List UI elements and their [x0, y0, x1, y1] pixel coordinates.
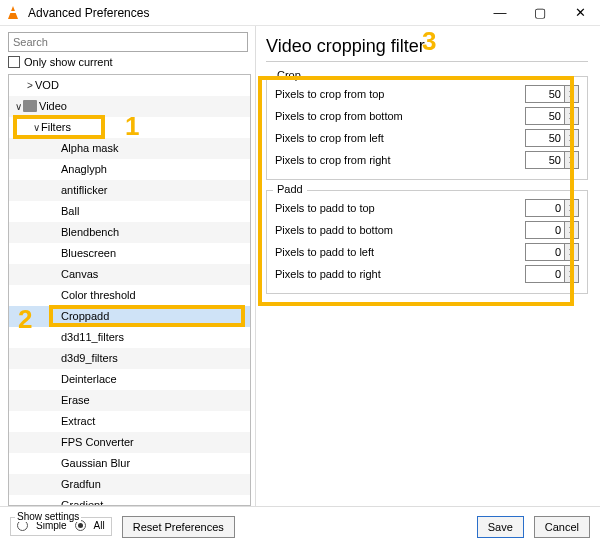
crop-label: Pixels to crop from bottom — [275, 110, 403, 122]
padd-input[interactable] — [525, 199, 565, 217]
tree-item-label: antiflicker — [61, 184, 107, 196]
tree-item-filters[interactable]: ∨Filters — [9, 117, 250, 138]
reset-preferences-button[interactable]: Reset Preferences — [122, 516, 235, 538]
tree-item-vod[interactable]: >VOD — [9, 75, 250, 96]
chevron-icon: ∨ — [31, 117, 41, 138]
maximize-button[interactable]: ▢ — [520, 0, 560, 26]
crop-input[interactable] — [525, 107, 565, 125]
spin-up-icon[interactable]: ▲ — [565, 244, 578, 252]
spin-up-icon[interactable]: ▲ — [565, 152, 578, 160]
app-icon — [6, 5, 22, 21]
spin-down-icon[interactable]: ▼ — [565, 274, 578, 282]
tree-item-d3d11-filters[interactable]: d3d11_filters — [9, 327, 250, 348]
crop-label: Pixels to crop from left — [275, 132, 384, 144]
tree-item-label: Bluescreen — [61, 247, 116, 259]
tree-item-deinterlace[interactable]: Deinterlace — [9, 369, 250, 390]
tree-item-label: d3d11_filters — [61, 331, 124, 343]
tree: >VOD∨Video∨FiltersAlpha maskAnaglyphanti… — [8, 74, 251, 506]
padd-row: Pixels to padd to left▲▼ — [275, 241, 579, 263]
spin-down-icon[interactable]: ▼ — [565, 138, 578, 146]
chevron-icon: > — [25, 75, 35, 96]
crop-label: Pixels to crop from top — [275, 88, 384, 100]
tree-item-label: Ball — [61, 205, 79, 217]
cancel-button[interactable]: Cancel — [534, 516, 590, 538]
spin-up-icon[interactable]: ▲ — [565, 86, 578, 94]
tree-item-label: d3d9_filters — [61, 352, 118, 364]
tree-item-label: Extract — [61, 415, 95, 427]
spin-up-icon[interactable]: ▲ — [565, 200, 578, 208]
padd-input[interactable] — [525, 221, 565, 239]
crop-input[interactable] — [525, 129, 565, 147]
padd-spinner[interactable]: ▲▼ — [525, 243, 579, 261]
radio-all-label: All — [94, 520, 105, 531]
spin-up-icon[interactable]: ▲ — [565, 222, 578, 230]
left-pane: Search Only show current >VOD∨Video∨Filt… — [0, 26, 256, 506]
padd-label: Pixels to padd to right — [275, 268, 381, 280]
tree-item-blendbench[interactable]: Blendbench — [9, 222, 250, 243]
close-button[interactable]: ✕ — [560, 0, 600, 26]
checkbox-icon — [8, 56, 20, 68]
padd-row: Pixels to padd to top▲▼ — [275, 197, 579, 219]
only-show-current-checkbox[interactable]: Only show current — [8, 56, 251, 68]
crop-spinner[interactable]: ▲▼ — [525, 129, 579, 147]
crop-input[interactable] — [525, 85, 565, 103]
crop-spinner[interactable]: ▲▼ — [525, 107, 579, 125]
tree-item-bluescreen[interactable]: Bluescreen — [9, 243, 250, 264]
spin-down-icon[interactable]: ▼ — [565, 94, 578, 102]
tree-item-extract[interactable]: Extract — [9, 411, 250, 432]
tree-item-antiflicker[interactable]: antiflicker — [9, 180, 250, 201]
padd-spinner[interactable]: ▲▼ — [525, 265, 579, 283]
spin-up-icon[interactable]: ▲ — [565, 108, 578, 116]
crop-row: Pixels to crop from top▲▼ — [275, 83, 579, 105]
tree-item-color-threshold[interactable]: Color threshold — [9, 285, 250, 306]
tree-item-canvas[interactable]: Canvas — [9, 264, 250, 285]
tree-item-anaglyph[interactable]: Anaglyph — [9, 159, 250, 180]
spin-down-icon[interactable]: ▼ — [565, 208, 578, 216]
tree-item-video[interactable]: ∨Video — [9, 96, 250, 117]
tree-item-label: FPS Converter — [61, 436, 134, 448]
tree-item-label: Filters — [41, 121, 71, 133]
tree-item-gaussian-blur[interactable]: Gaussian Blur — [9, 453, 250, 474]
footer: Show settings Simple All Reset Preferenc… — [0, 506, 600, 546]
save-button[interactable]: Save — [477, 516, 524, 538]
padd-spinner[interactable]: ▲▼ — [525, 199, 579, 217]
spin-down-icon[interactable]: ▼ — [565, 252, 578, 260]
crop-group: Crop Pixels to crop from top▲▼Pixels to … — [266, 76, 588, 180]
padd-input[interactable] — [525, 243, 565, 261]
tree-item-alpha-mask[interactable]: Alpha mask — [9, 138, 250, 159]
padd-row: Pixels to padd to right▲▼ — [275, 263, 579, 285]
crop-spinner[interactable]: ▲▼ — [525, 85, 579, 103]
tree-item-fps-converter[interactable]: FPS Converter — [9, 432, 250, 453]
tree-item-ball[interactable]: Ball — [9, 201, 250, 222]
titlebar: Advanced Preferences — ▢ ✕ — [0, 0, 600, 26]
show-settings-legend: Show settings — [15, 511, 81, 522]
spin-down-icon[interactable]: ▼ — [565, 116, 578, 124]
tree-item-erase[interactable]: Erase — [9, 390, 250, 411]
tree-item-label: Anaglyph — [61, 163, 107, 175]
tree-item-label: Video — [39, 100, 67, 112]
spin-down-icon[interactable]: ▼ — [565, 230, 578, 238]
spin-down-icon[interactable]: ▼ — [565, 160, 578, 168]
spin-up-icon[interactable]: ▲ — [565, 130, 578, 138]
tree-item-d3d9-filters[interactable]: d3d9_filters — [9, 348, 250, 369]
padd-label: Pixels to padd to bottom — [275, 224, 393, 236]
crop-label: Pixels to crop from right — [275, 154, 391, 166]
crop-spinner[interactable]: ▲▼ — [525, 151, 579, 169]
tree-item-gradient[interactable]: Gradient — [9, 495, 250, 505]
padd-input[interactable] — [525, 265, 565, 283]
tree-item-label: Gaussian Blur — [61, 457, 130, 469]
tree-item-croppadd[interactable]: Croppadd — [9, 306, 250, 327]
right-pane: Video cropping filter Crop Pixels to cro… — [256, 26, 600, 506]
right-pane-title: Video cropping filter — [266, 36, 588, 62]
chevron-icon: ∨ — [13, 96, 23, 117]
search-input[interactable]: Search — [8, 32, 248, 52]
padd-spinner[interactable]: ▲▼ — [525, 221, 579, 239]
spin-up-icon[interactable]: ▲ — [565, 266, 578, 274]
tree-item-gradfun[interactable]: Gradfun — [9, 474, 250, 495]
tree-item-label: Deinterlace — [61, 373, 117, 385]
tree-item-label: Gradient — [61, 499, 103, 505]
crop-input[interactable] — [525, 151, 565, 169]
crop-legend: Crop — [273, 69, 305, 81]
crop-row: Pixels to crop from left▲▼ — [275, 127, 579, 149]
minimize-button[interactable]: — — [480, 0, 520, 26]
